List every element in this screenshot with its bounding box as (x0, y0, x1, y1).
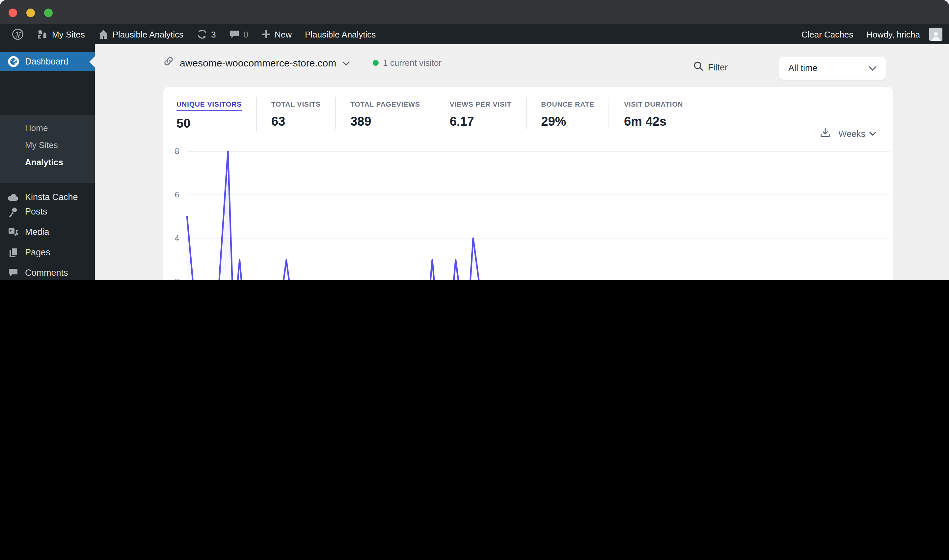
sidebar-item-my-sites[interactable]: My Sites (0, 136, 95, 153)
stat-bounce-rate[interactable]: BOUNCE RATE 29% (526, 97, 610, 129)
svg-text:4: 4 (175, 234, 179, 243)
sidebar-posts-label: Posts (25, 207, 48, 217)
wp-admin-sidebar: Dashboard Home My Sites Analytics Kinsta… (0, 44, 95, 280)
stat-value: 389 (350, 114, 420, 129)
sidebar-item-pages[interactable]: Pages (0, 243, 95, 262)
search-icon (693, 61, 704, 73)
stat-value: 6m 42s (624, 114, 683, 129)
stat-label: VIEWS PER VISIT (450, 100, 512, 108)
wp-admin-bar: My Sites Plausible Analytics 3 0 (0, 25, 949, 44)
comment-bubble-icon (229, 29, 240, 39)
adminbar-comments-count: 0 (244, 29, 248, 39)
user-avatar (929, 28, 943, 41)
sidebar-kinsta-label: Kinsta Cache (25, 192, 78, 202)
interval-select[interactable]: Weeks (838, 129, 876, 139)
chevron-down-icon (869, 132, 876, 136)
svg-text:2: 2 (175, 277, 179, 280)
sidebar-item-comments[interactable]: Comments (0, 263, 95, 280)
stat-views-per-visit[interactable]: VIEWS PER VISIT 6.17 (435, 97, 527, 129)
updates-refresh-icon (197, 29, 207, 40)
minimize-window-button[interactable] (26, 9, 35, 17)
site-domain-selector[interactable]: awesome-woocommerce-store.com (180, 57, 336, 68)
top-stats-row: UNIQUE VISITORS 50 TOTAL VISITS 63 TOTAL… (163, 87, 893, 131)
sidebar-pages-label: Pages (25, 248, 50, 257)
adminbar-my-sites[interactable]: My Sites (30, 25, 91, 44)
dashboard-submenu: Home My Sites Analytics (0, 115, 95, 183)
screen: My Sites Plausible Analytics 3 0 (0, 0, 949, 280)
stat-label: TOTAL PAGEVIEWS (350, 100, 420, 108)
zoom-window-button[interactable] (44, 9, 53, 17)
link-icon (163, 56, 174, 69)
stat-unique-visitors[interactable]: UNIQUE VISITORS 50 (176, 97, 257, 131)
media-icon (7, 227, 19, 237)
dashboard-gauge-icon (7, 56, 19, 67)
stat-value: 63 (271, 114, 321, 129)
adminbar-plausible-label: Plausible Analytics (305, 29, 376, 39)
adminbar-updates[interactable]: 3 (190, 25, 222, 44)
stat-value: 6.17 (450, 114, 512, 129)
home-icon (98, 29, 109, 39)
svg-text:8: 8 (175, 147, 179, 155)
chevron-down-icon (869, 63, 876, 73)
filter-button[interactable]: Filter (693, 61, 728, 73)
sidebar-media-label: Media (25, 227, 49, 237)
stat-total-pageviews[interactable]: TOTAL PAGEVIEWS 389 (336, 97, 435, 129)
macos-titlebar (0, 0, 949, 25)
pages-icon (7, 247, 19, 258)
download-export-icon[interactable] (820, 128, 830, 140)
live-indicator-dot (372, 60, 378, 66)
pushpin-icon (7, 206, 19, 217)
date-range-select[interactable]: All time (779, 57, 886, 80)
plus-icon (261, 29, 271, 39)
adminbar-new-content[interactable]: New (255, 25, 298, 44)
visitors-chart: 0246831 May 2419 Aug 2411 Nov 243 Feb 25… (163, 145, 893, 280)
wordpress-logo-menu[interactable] (5, 25, 30, 44)
analytics-content: awesome-woocommerce-store.com 1 current … (95, 44, 949, 280)
visitors-overview-card: UNIQUE VISITORS 50 TOTAL VISITS 63 TOTAL… (163, 87, 893, 280)
stat-visit-duration[interactable]: VISIT DURATION 6m 42s (610, 97, 697, 129)
howdy-label: Howdy, hricha (866, 29, 920, 39)
sidebar-comments-label: Comments (25, 268, 68, 278)
stat-label: TOTAL VISITS (271, 100, 321, 108)
stat-label: BOUNCE RATE (541, 100, 594, 108)
adminbar-plausible-shortcut[interactable]: Plausible Analytics (298, 25, 382, 44)
stat-label: UNIQUE VISITORS (176, 100, 242, 111)
adminbar-site-home[interactable]: Plausible Analytics (91, 25, 190, 44)
stat-value: 50 (176, 117, 242, 131)
current-visitors-status[interactable]: 1 current visitor (372, 58, 441, 68)
adminbar-site-home-label: Plausible Analytics (113, 29, 184, 39)
stat-value: 29% (541, 114, 594, 129)
adminbar-account-menu[interactable]: Howdy, hricha (860, 25, 943, 44)
adminbar-my-sites-label: My Sites (52, 29, 85, 39)
close-window-button[interactable] (9, 9, 17, 17)
filter-label: Filter (708, 62, 728, 72)
comments-bubble-icon (7, 268, 19, 278)
sidebar-item-home[interactable]: Home (0, 119, 95, 136)
date-range-value: All time (788, 63, 818, 73)
current-visitors-label: 1 current visitor (383, 58, 441, 68)
sidebar-home-label: Home (25, 123, 48, 132)
chevron-down-icon[interactable] (342, 57, 349, 68)
clear-caches-button[interactable]: Clear Caches (795, 25, 860, 44)
adminbar-new-label: New (275, 29, 292, 39)
cloud-icon (7, 193, 19, 202)
adminbar-comments[interactable]: 0 (222, 25, 255, 44)
sidebar-item-dashboard[interactable]: Dashboard (0, 52, 95, 71)
wordpress-logo-icon (12, 28, 24, 40)
multisite-houses-icon (37, 29, 48, 40)
sidebar-item-analytics[interactable]: Analytics (0, 153, 95, 171)
sidebar-item-posts[interactable]: Posts (0, 202, 95, 221)
sidebar-dashboard-label: Dashboard (25, 57, 68, 66)
clear-caches-label: Clear Caches (801, 29, 853, 39)
adminbar-updates-count: 3 (211, 29, 216, 39)
stat-total-visits[interactable]: TOTAL VISITS 63 (257, 97, 336, 129)
sidebar-analytics-label: Analytics (25, 157, 63, 167)
interval-value: Weeks (838, 129, 866, 139)
sidebar-item-media[interactable]: Media (0, 222, 95, 242)
stat-label: VISIT DURATION (624, 100, 683, 108)
sidebar-my-sites-label: My Sites (25, 140, 58, 150)
svg-text:6: 6 (175, 190, 179, 199)
